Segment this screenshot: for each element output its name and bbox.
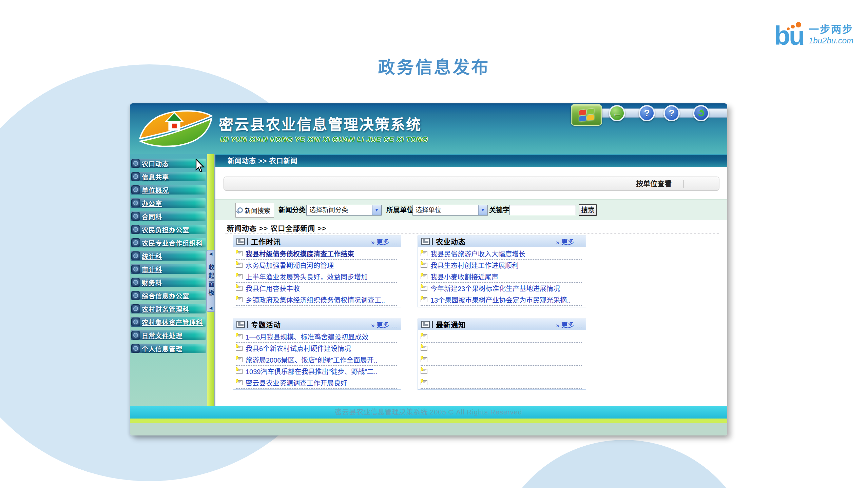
- background-circle-right: [492, 440, 756, 488]
- keyword-input[interactable]: [509, 205, 576, 215]
- app-title: 密云县农业信息管理决策系统: [219, 113, 422, 134]
- more-link[interactable]: » 更多 …: [371, 237, 398, 246]
- logo-dot-icon: [791, 25, 795, 28]
- news-item[interactable]: 我县6个新农村试点村硬件建设情况: [236, 343, 397, 354]
- chevron-down-icon: ▼: [478, 205, 487, 215]
- header-divider: [432, 321, 433, 328]
- news-item-label: 乡镇政府及集体经济组织债务债权情况调查工..: [246, 295, 385, 305]
- news-item-label: 1039汽车俱乐部在我县推出“徒步、野战”二..: [246, 366, 378, 376]
- envelope-icon: [421, 357, 427, 362]
- brand-domain: 1bu2bu.com: [809, 36, 853, 45]
- envelope-icon: [421, 297, 427, 302]
- news-item[interactable]: [421, 343, 582, 354]
- news-item[interactable]: 水务局加强暑期潮白河的管理: [236, 260, 397, 271]
- news-item[interactable]: [421, 377, 582, 389]
- sidebar-item-label: 日常文件处理: [142, 331, 182, 340]
- sidebar-item[interactable]: 农村财务管理科: [131, 304, 206, 313]
- header-divider: [247, 321, 248, 328]
- windows-flag-icon: [579, 108, 594, 121]
- collapse-panel-tab[interactable]: ◀ 收起面板 ◀: [206, 250, 215, 312]
- sidebar-item[interactable]: 农村集体资产管理科: [131, 317, 206, 327]
- news-search-badge: 新闻搜索: [235, 203, 274, 218]
- news-item[interactable]: 我县村级债务债权摸底清查工作结束: [236, 248, 397, 260]
- news-item[interactable]: 1—6月我县规模、标准鸡舍建设初显成效: [236, 331, 397, 343]
- bullet-swirl-icon: [131, 212, 140, 221]
- collapse-tab-label: 收起面板: [207, 264, 215, 298]
- news-item-label: 密云县农业资源调查工作开局良好: [246, 378, 347, 388]
- news-item[interactable]: 今年新建23个果树标准化生产基地进展情况: [421, 283, 582, 294]
- news-item[interactable]: 旅游局2006景区、饭店“创绿”工作全面展开..: [236, 354, 397, 366]
- dotted-separator: [225, 233, 719, 233]
- unit-select[interactable]: 选择单位 ▼: [412, 205, 488, 216]
- news-item[interactable]: 上半年渔业发展势头良好，效益同步增加: [236, 271, 397, 283]
- news-item-label: 旅游局2006景区、饭店“创绿”工作全面展开..: [246, 355, 378, 365]
- category-select[interactable]: 选择新闻分类 ▼: [306, 205, 382, 216]
- newspaper-icon: [421, 238, 430, 245]
- envelope-icon: [421, 263, 427, 268]
- panel-special-activities: 专题活动 » 更多 … 1—6月我县规模、标准鸡舍建设初显成效我县6个新农村试点…: [233, 319, 401, 390]
- news-item[interactable]: 我县民俗旅游户收入大幅度增长: [421, 248, 582, 260]
- envelope-icon: [236, 286, 243, 291]
- envelope-icon: [421, 286, 427, 291]
- news-item[interactable]: 13个果园被市果树产业协会定为市民观光采摘..: [421, 294, 582, 306]
- panel-header: 专题活动 » 更多 …: [233, 319, 401, 330]
- page-title: 政务信息发布: [0, 54, 868, 78]
- sidebar-item[interactable]: 信息共享: [131, 172, 206, 181]
- more-link[interactable]: » 更多 …: [371, 320, 398, 329]
- envelope-icon: [421, 346, 427, 351]
- breadcrumb: 新闻动态 >> 农口新闻: [215, 154, 727, 167]
- news-item[interactable]: [421, 354, 582, 366]
- bullet-swirl-icon: [131, 291, 140, 300]
- bullet-swirl-icon: [131, 159, 140, 168]
- news-item[interactable]: 乡镇政府及集体经济组织债务债权情况调查工..: [236, 294, 397, 306]
- sidebar-item[interactable]: 综合信息办公室: [131, 291, 206, 300]
- news-item[interactable]: [421, 366, 582, 377]
- envelope-icon: [236, 297, 243, 302]
- collapse-arrow-icon: ◀: [209, 306, 212, 310]
- sidebar-menu: 农口动态信息共享单位概况办公室合同科农民负担办公室农民专业合作组织科统计科审计科…: [130, 154, 207, 353]
- sidebar-item[interactable]: 统计科: [131, 251, 206, 261]
- envelope-icon: [421, 334, 427, 339]
- sidebar-item[interactable]: 农民专业合作组织科: [131, 238, 206, 247]
- news-item-label: 我县6个新农村试点村硬件建设情况: [246, 343, 351, 353]
- sidebar-item[interactable]: 审计科: [131, 264, 206, 274]
- app-subtitle: MI YUN XIAN NONG YE XIN XI GUAN LI JUE C…: [220, 135, 428, 143]
- search-button[interactable]: 搜索: [579, 204, 597, 216]
- envelope-icon: [421, 369, 427, 374]
- view-tab-bar: 按单位查看: [224, 177, 719, 191]
- help-button[interactable]: ?: [639, 105, 655, 121]
- sidebar-item[interactable]: 财务科: [131, 278, 206, 287]
- more-link[interactable]: » 更多 …: [556, 237, 582, 246]
- refresh-button[interactable]: [693, 105, 709, 121]
- logo-dot-icon: [787, 27, 790, 30]
- envelope-icon: [421, 251, 427, 256]
- news-item[interactable]: [421, 331, 582, 343]
- bullet-swirl-icon: [131, 304, 140, 313]
- sidebar-item[interactable]: 农民负担办公室: [131, 225, 206, 234]
- panel-title: 农业动态: [436, 236, 466, 246]
- bu-logo-icon: bu: [774, 19, 805, 48]
- windows-start-button[interactable]: [571, 104, 602, 126]
- sidebar-item-label: 农口动态: [142, 159, 169, 168]
- sidebar-item[interactable]: 个人信息管理: [131, 344, 206, 353]
- collapse-arrow-icon: ◀: [209, 252, 212, 256]
- news-item[interactable]: 我县仁用杏获丰收: [236, 283, 397, 294]
- view-by-unit-tab[interactable]: 按单位查看: [636, 177, 672, 190]
- footer-green-stripe: [130, 419, 727, 423]
- sidebar-item[interactable]: 单位概况: [131, 185, 206, 195]
- newspaper-icon: [421, 321, 430, 328]
- unit-select-value: 选择单位: [416, 206, 441, 214]
- sidebar-item[interactable]: 农口动态: [131, 159, 206, 168]
- news-item[interactable]: 我县小麦收割接近尾声: [421, 271, 582, 283]
- news-item[interactable]: 密云县农业资源调查工作开局良好: [236, 377, 397, 389]
- envelope-icon: [236, 369, 243, 374]
- news-item[interactable]: 我县生态村创建工作进展顺利: [421, 260, 582, 271]
- news-item[interactable]: 1039汽车俱乐部在我县推出“徒步、野战”二..: [236, 366, 397, 377]
- help-button-2[interactable]: ?: [663, 105, 680, 121]
- more-link[interactable]: » 更多 …: [556, 320, 582, 329]
- back-button[interactable]: ←: [609, 105, 625, 121]
- sidebar-item[interactable]: 办公室: [131, 198, 206, 208]
- news-item-label: 13个果园被市果树产业协会定为市民观光采摘..: [430, 295, 571, 305]
- sidebar-item[interactable]: 合同科: [131, 211, 206, 221]
- sidebar-item[interactable]: 日常文件处理: [131, 330, 206, 340]
